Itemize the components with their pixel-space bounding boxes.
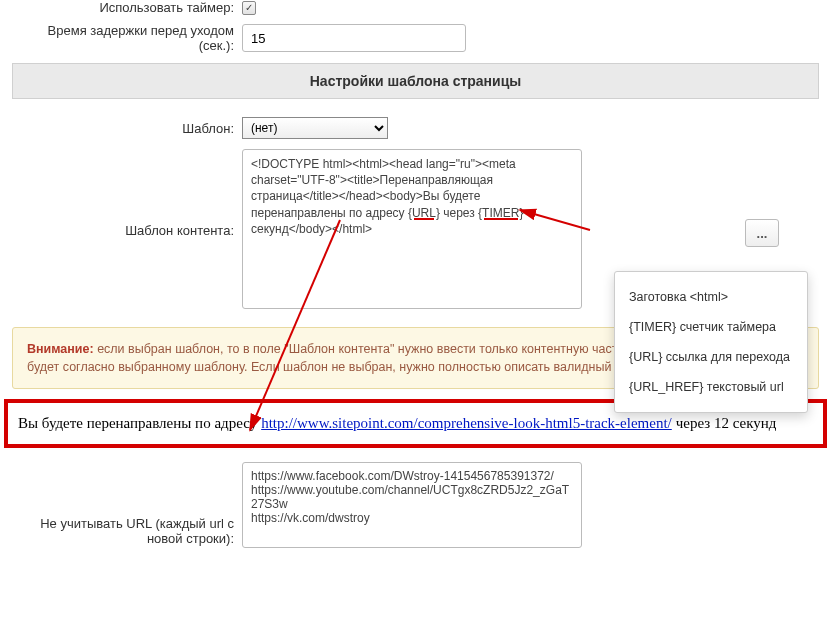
- template-text-mid: через: [440, 206, 478, 220]
- template-select[interactable]: (нет): [242, 117, 388, 139]
- preview-before: Вы будете перенаправлены по адресу: [18, 415, 257, 432]
- preview-link[interactable]: http://www.sitepoint.com/comprehensive-l…: [261, 415, 672, 432]
- warning-strong: Внимание:: [27, 342, 94, 356]
- use-timer-label: Использовать таймер:: [12, 0, 242, 15]
- exclude-urls-label: Не учитывать URL (каждый url с новой стр…: [12, 462, 242, 546]
- popover-item-url[interactable]: {URL} ссылка для перехода: [615, 342, 807, 372]
- timer-placeholder: {TIMER}: [478, 206, 523, 220]
- form-container: Использовать таймер: ✓ Время задержки пе…: [0, 0, 831, 309]
- delay-label: Время задержки перед уходом (сек.):: [12, 23, 242, 53]
- more-options-button[interactable]: ...: [745, 219, 779, 247]
- row-delay: Время задержки перед уходом (сек.):: [12, 23, 819, 53]
- template-label: Шаблон:: [12, 121, 242, 136]
- popover-item-html[interactable]: Заготовка <html>: [615, 282, 807, 312]
- template-text-after: секунд</body></html>: [251, 222, 372, 236]
- use-timer-checkbox[interactable]: ✓: [242, 1, 256, 15]
- placeholder-popover: Заготовка <html> {TIMER} счетчик таймера…: [614, 271, 808, 413]
- form-container-bottom: Не учитывать URL (каждый url с новой стр…: [0, 462, 831, 548]
- exclude-urls-textarea[interactable]: [242, 462, 582, 548]
- section-header-template: Настройки шаблона страницы: [12, 63, 819, 99]
- popover-item-timer[interactable]: {TIMER} счетчик таймера: [615, 312, 807, 342]
- url-placeholder: {URL}: [408, 206, 440, 220]
- row-use-timer: Использовать таймер: ✓: [12, 0, 819, 15]
- preview-after: через 12 секунд: [676, 415, 777, 432]
- popover-item-url-href[interactable]: {URL_HREF} текстовый url: [615, 372, 807, 402]
- template-content-label: Шаблон контента:: [12, 149, 242, 238]
- row-exclude-urls: Не учитывать URL (каждый url с новой стр…: [12, 462, 819, 548]
- delay-input[interactable]: [242, 24, 466, 52]
- row-template-select: Шаблон: (нет): [12, 117, 819, 139]
- template-content-textarea[interactable]: <!DOCTYPE html><html><head lang="ru"><me…: [242, 149, 582, 309]
